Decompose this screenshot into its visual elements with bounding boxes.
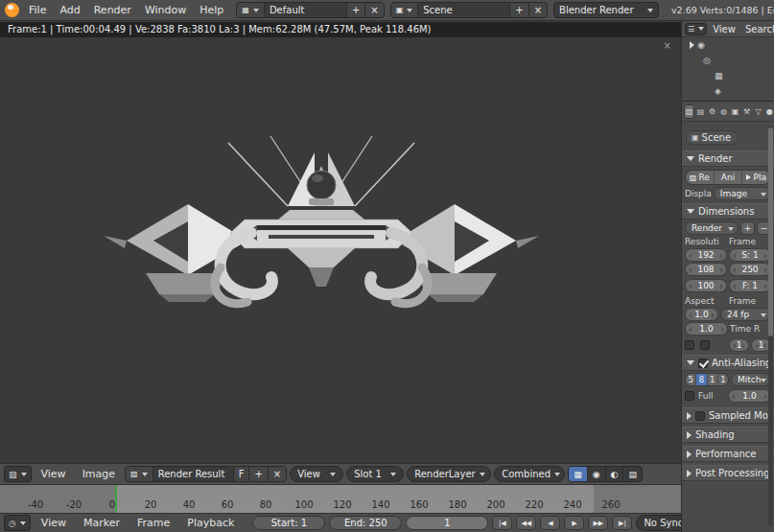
outliner-item[interactable]: ◈ xyxy=(682,83,774,99)
fake-user-button[interactable]: F xyxy=(233,467,249,481)
menu-help[interactable]: Help xyxy=(193,0,230,21)
frame-step-field[interactable]: F: 1 xyxy=(729,279,771,292)
panel-dimensions-header[interactable]: Dimensions xyxy=(682,203,774,220)
sampled-motion-blur-checkbox[interactable] xyxy=(695,411,705,421)
render-pass-dropdown[interactable]: Combined xyxy=(494,466,565,482)
border-checkbox[interactable] xyxy=(685,340,694,350)
panel-performance-header[interactable]: Performance xyxy=(682,446,774,462)
channels-rgb-button[interactable]: ◉ xyxy=(587,467,605,481)
image-datablock-name[interactable]: Render Result xyxy=(152,467,233,481)
anti-aliasing-checkbox[interactable] xyxy=(698,359,708,368)
properties-tab-render-layers[interactable]: ▤ xyxy=(695,104,706,119)
editor-type-button[interactable]: ◷ xyxy=(4,515,31,531)
resolution-x-field[interactable]: 192 xyxy=(685,248,727,262)
menu-view[interactable]: View xyxy=(35,514,73,532)
panel-post-processing-header[interactable]: Post Processing xyxy=(682,465,774,481)
scene-browse-button[interactable]: ▣ xyxy=(391,3,418,17)
crop-checkbox[interactable] xyxy=(700,340,710,350)
render-preset-dropdown[interactable]: Render xyxy=(685,221,739,235)
end-frame-field[interactable]: End: 250 xyxy=(329,516,402,530)
slot-dropdown[interactable]: Slot 1 xyxy=(346,466,404,482)
render-layer-dropdown[interactable]: RenderLayer xyxy=(407,466,491,482)
image-browse-button[interactable]: ▨ xyxy=(126,467,152,481)
editor-type-button[interactable]: ▨ xyxy=(4,466,32,482)
frame-end-field[interactable]: 250 xyxy=(729,263,771,276)
panel-anti-aliasing-header[interactable]: Anti-Aliasing xyxy=(682,355,774,371)
disclosure-icon[interactable] xyxy=(690,41,694,49)
aa-samples-16-button[interactable]: 1 xyxy=(717,374,728,385)
menu-playback[interactable]: Playback xyxy=(180,514,241,532)
render-engine-dropdown[interactable]: Blender Render xyxy=(553,2,659,18)
screen-layout-name[interactable]: Default xyxy=(264,3,346,17)
display-dropdown[interactable]: Image xyxy=(714,187,771,200)
properties-tab-scene[interactable]: ⚙ xyxy=(707,104,717,119)
aa-samples-8-button[interactable]: 8 xyxy=(695,374,706,385)
panel-sampled-motion-blur-header[interactable]: Sampled Mo xyxy=(682,407,774,424)
animation-button[interactable]: Ani xyxy=(714,171,742,184)
jump-to-end-button[interactable]: ▶| xyxy=(612,516,632,530)
scene-delete-button[interactable]: × xyxy=(528,3,547,17)
channels-rgba-button[interactable]: ▦ xyxy=(569,467,587,481)
properties-tab-material[interactable]: ● xyxy=(764,104,774,119)
menu-render[interactable]: Render xyxy=(87,0,138,21)
outliner-item[interactable]: ▦ xyxy=(682,68,774,83)
timeline-ruler[interactable]: -40 -20 0 20 40 60 80 100 120 140 160 18… xyxy=(0,484,681,513)
scene-add-button[interactable]: + xyxy=(509,3,528,17)
full-sample-checkbox[interactable] xyxy=(685,391,694,401)
properties-tab-render[interactable]: ▨ xyxy=(684,104,694,119)
channels-alpha-button[interactable]: ◐ xyxy=(605,467,623,481)
panel-render-header[interactable]: Render xyxy=(682,150,774,167)
aspect-x-field[interactable]: 1.0 xyxy=(685,308,718,321)
screen-layout-delete-button[interactable]: × xyxy=(364,3,383,17)
scene-name[interactable]: Scene xyxy=(417,3,509,17)
aa-samples-5-button[interactable]: 5 xyxy=(686,374,695,385)
next-keyframe-button[interactable]: ▶▶ xyxy=(588,516,608,530)
scrollbar-thumb[interactable] xyxy=(768,127,773,336)
properties-tab-world[interactable]: ◍ xyxy=(718,104,729,119)
image-viewport[interactable]: × xyxy=(0,37,681,463)
menu-view[interactable]: View xyxy=(35,464,73,485)
play-button[interactable]: ▶ xyxy=(564,516,584,530)
menu-window[interactable]: Window xyxy=(138,0,193,21)
start-frame-field[interactable]: Start: 1 xyxy=(252,516,325,530)
editor-type-button[interactable]: ☰ xyxy=(685,23,707,35)
frame-start-field[interactable]: S: 1 xyxy=(729,248,771,262)
remap-old-field[interactable]: 1 xyxy=(729,338,749,352)
aspect-y-field[interactable]: 1.0 xyxy=(685,322,728,335)
menu-search[interactable]: Search xyxy=(741,21,774,37)
add-preset-button[interactable]: + xyxy=(740,221,755,235)
fps-dropdown[interactable]: 24 fp xyxy=(720,308,771,321)
menu-file[interactable]: File xyxy=(22,0,53,21)
current-frame-indicator[interactable] xyxy=(115,485,117,513)
outliner-item[interactable]: ◉ xyxy=(682,37,774,53)
current-frame-field[interactable]: 1 xyxy=(406,516,488,530)
unlink-image-button[interactable]: × xyxy=(268,467,286,481)
view-mode-dropdown[interactable]: View xyxy=(290,466,343,482)
play-button[interactable]: Pla xyxy=(741,171,770,184)
resolution-percentage-field[interactable]: 100 xyxy=(685,279,727,292)
menu-view[interactable]: View xyxy=(709,21,739,37)
menu-add[interactable]: Add xyxy=(53,0,86,21)
area-corner-widget[interactable]: × xyxy=(664,40,671,51)
channels-zbuffer-button[interactable]: ▤ xyxy=(622,467,642,481)
menu-marker[interactable]: Marker xyxy=(77,514,127,532)
blender-logo-icon[interactable] xyxy=(5,3,19,17)
jump-to-start-button[interactable]: |◀ xyxy=(492,516,512,530)
aa-filter-dropdown[interactable]: Mitch xyxy=(731,373,771,386)
screen-layout-browse-button[interactable]: ▦ xyxy=(237,3,264,17)
properties-tab-modifiers[interactable]: ⚒ xyxy=(741,104,752,119)
play-reverse-button[interactable]: ◀ xyxy=(540,516,560,530)
new-image-button[interactable]: + xyxy=(248,467,267,481)
properties-tab-data[interactable]: ▽ xyxy=(753,104,763,119)
prev-keyframe-button[interactable]: ◀◀ xyxy=(516,516,536,530)
menu-frame[interactable]: Frame xyxy=(130,514,176,532)
panel-shading-header[interactable]: Shading xyxy=(682,427,774,443)
properties-tab-object[interactable]: ▣ xyxy=(730,104,740,119)
screen-layout-add-button[interactable]: + xyxy=(346,3,364,17)
properties-scrollbar[interactable] xyxy=(768,126,773,527)
outliner-item[interactable]: ◎ xyxy=(682,53,774,68)
resolution-y-field[interactable]: 108 xyxy=(685,263,727,276)
menu-image[interactable]: Image xyxy=(76,464,122,485)
aa-samples-11-button[interactable]: 1 xyxy=(707,374,717,385)
filter-size-field[interactable]: 1.0 xyxy=(728,389,771,403)
